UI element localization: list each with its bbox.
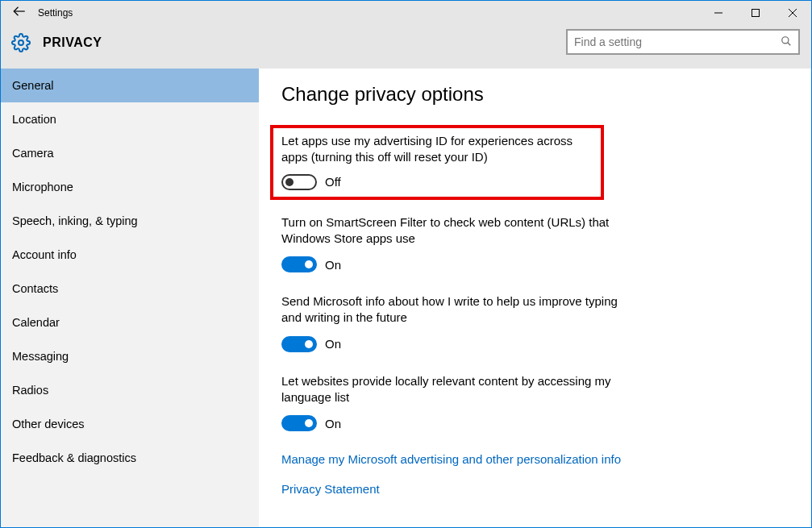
sidebar-item-location[interactable]: Location	[1, 102, 259, 136]
sidebar-item-microphone[interactable]: Microphone	[1, 170, 259, 204]
title-bar: Settings	[1, 1, 811, 25]
content-pane: Change privacy options Let apps use my a…	[259, 69, 811, 527]
svg-rect-2	[752, 10, 760, 17]
sidebar-item-radios[interactable]: Radios	[1, 373, 259, 407]
sidebar: General Location Camera Microphone Speec…	[1, 69, 259, 527]
sidebar-item-camera[interactable]: Camera	[1, 136, 259, 170]
sidebar-item-calendar[interactable]: Calendar	[1, 306, 259, 339]
toggle-smartscreen[interactable]	[281, 256, 317, 272]
toggle-advertising-id[interactable]	[281, 174, 317, 190]
option-language-list: Let websites provide locally relevant co…	[281, 373, 787, 432]
search-box[interactable]	[566, 29, 800, 55]
back-button[interactable]	[1, 4, 38, 22]
window-title: Settings	[38, 7, 73, 19]
content-heading: Change privacy options	[281, 83, 787, 106]
option-advertising-id: Let apps use my advertising ID for exper…	[281, 133, 593, 190]
maximize-button[interactable]	[737, 1, 774, 25]
sidebar-item-speech[interactable]: Speech, inking, & typing	[1, 204, 259, 238]
option-desc: Turn on SmartScreen Filter to check web …	[281, 214, 636, 247]
option-desc: Let websites provide locally relevant co…	[281, 373, 636, 406]
sidebar-item-other-devices[interactable]: Other devices	[1, 407, 259, 441]
close-button[interactable]	[774, 1, 811, 25]
toggle-state: On	[325, 417, 341, 430]
option-typing-info: Send Microsoft info about how I write to…	[281, 293, 787, 352]
toggle-language-list[interactable]	[281, 415, 317, 431]
link-privacy-statement[interactable]: Privacy Statement	[281, 482, 787, 496]
svg-line-7	[788, 42, 791, 45]
sidebar-item-contacts[interactable]: Contacts	[1, 272, 259, 306]
search-icon	[781, 35, 792, 49]
page-title: PRIVACY	[43, 35, 102, 50]
highlight-box: Let apps use my advertising ID for exper…	[270, 125, 604, 200]
sidebar-item-messaging[interactable]: Messaging	[1, 339, 259, 373]
gear-icon	[10, 32, 31, 53]
sidebar-item-feedback[interactable]: Feedback & diagnostics	[1, 441, 259, 475]
svg-point-5	[19, 40, 23, 45]
minimize-button[interactable]	[700, 1, 737, 25]
option-desc: Let apps use my advertising ID for exper…	[281, 133, 593, 166]
sidebar-item-account[interactable]: Account info	[1, 238, 259, 272]
page-header: PRIVACY	[1, 25, 811, 69]
sidebar-item-general[interactable]: General	[1, 69, 259, 102]
link-manage-advertising[interactable]: Manage my Microsoft advertising and othe…	[281, 452, 787, 466]
toggle-state: Off	[325, 175, 341, 189]
toggle-state: On	[325, 337, 341, 351]
svg-point-6	[782, 36, 789, 43]
option-desc: Send Microsoft info about how I write to…	[281, 293, 636, 326]
search-input[interactable]	[574, 35, 781, 48]
toggle-typing-info[interactable]	[281, 336, 317, 352]
toggle-state: On	[325, 258, 341, 272]
option-smartscreen: Turn on SmartScreen Filter to check web …	[281, 214, 787, 273]
